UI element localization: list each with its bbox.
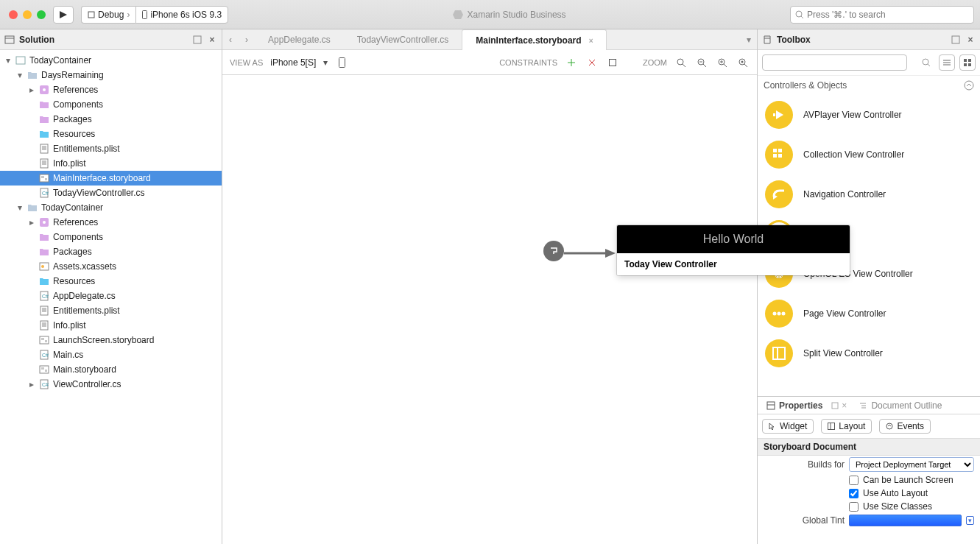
properties-tab[interactable]: Properties	[758, 397, 831, 414]
tree-node[interactable]: Info.plist	[0, 156, 222, 171]
panel-square-icon[interactable]	[951, 35, 961, 45]
tab-maininterface[interactable]: MainInterface.storyboard×	[462, 29, 607, 50]
device-button[interactable]: iPhone 6s iOS 9.3	[135, 6, 228, 24]
run-button[interactable]	[53, 6, 74, 24]
toolbox-list-mode-button[interactable]	[939, 54, 955, 71]
tree-node[interactable]: ▾TodayContainer	[0, 53, 222, 68]
global-tint-picker[interactable]	[849, 515, 962, 526]
layout-subtab[interactable]: Layout	[821, 419, 872, 434]
tree-node[interactable]: Info.plist	[0, 318, 222, 333]
tree-node[interactable]: ▸References	[0, 82, 222, 97]
disclosure-icon[interactable]: ▸	[28, 217, 35, 227]
nav-fwd-button[interactable]: ›	[239, 35, 255, 45]
today-widget-scene[interactable]: Hello World Today View Controller	[617, 225, 850, 275]
zoom-fit-icon[interactable]	[674, 56, 688, 69]
panel-square-icon[interactable]	[831, 402, 839, 409]
minimize-window-icon[interactable]	[23, 10, 32, 19]
panel-square-icon[interactable]	[192, 35, 202, 45]
file-icon	[38, 305, 50, 316]
entry-point-icon[interactable]	[543, 241, 564, 261]
chevron-down-icon[interactable]: ▾	[323, 57, 328, 68]
app-title: Xamarin Studio Business	[236, 10, 783, 20]
zoom-actual-icon[interactable]	[736, 56, 750, 69]
tint-stepper-icon[interactable]: ▾	[966, 516, 974, 525]
tree-node[interactable]: Packages	[0, 244, 222, 259]
tree-node[interactable]: C#AppDelegate.cs	[0, 289, 222, 303]
auto-layout-checkbox[interactable]: Use Auto Layout	[849, 488, 974, 498]
tree-node[interactable]: C#Main.cs	[0, 347, 222, 362]
launch-screen-checkbox[interactable]: Can be Launch Screen	[849, 475, 974, 485]
global-search[interactable]	[790, 6, 974, 24]
editor-tabs: ‹ › AppDelegate.cs TodayViewController.c…	[222, 29, 757, 50]
viewas-value[interactable]: iPhone 5[S]	[270, 57, 316, 68]
file-icon: C#	[38, 379, 50, 389]
svg-point-93	[773, 312, 777, 316]
svg-point-95	[782, 312, 786, 316]
config-button[interactable]: Debug ›	[81, 6, 135, 24]
tab-appdelegate[interactable]: AppDelegate.cs	[255, 29, 344, 50]
toolbox-grid-mode-button[interactable]	[959, 54, 976, 71]
tree-node[interactable]: ▸References	[0, 215, 222, 230]
zoom-out-icon[interactable]	[695, 56, 708, 69]
tree-node[interactable]: MainInterface.storyboard	[0, 171, 222, 186]
tree-node[interactable]: ▾DaysRemaining	[0, 68, 222, 82]
panel-close-icon[interactable]: ×	[965, 35, 976, 45]
constraint-remove-icon[interactable]	[585, 56, 599, 69]
toolbox-item[interactable]: Navigation Controller	[758, 174, 980, 214]
tree-node[interactable]: ▸C#ViewController.cs	[0, 377, 222, 392]
tab-todayviewcontroller[interactable]: TodayViewController.cs	[344, 29, 462, 50]
disclosure-icon[interactable]: ▸	[28, 379, 35, 389]
panel-close-icon[interactable]: ×	[207, 35, 217, 45]
toolbox-item[interactable]: Page View Controller	[758, 294, 980, 333]
size-classes-checkbox[interactable]: Use Size Classes	[849, 501, 974, 512]
tree-node[interactable]: Entitlements.plist	[0, 303, 222, 318]
tree-node[interactable]: Assets.xcassets	[0, 259, 222, 274]
toolbox-item[interactable]: Collection View Controller	[758, 135, 980, 174]
zoom-window-icon[interactable]	[37, 10, 46, 19]
close-tab-icon[interactable]: ×	[589, 37, 593, 45]
tree-node[interactable]: Components	[0, 97, 222, 112]
builds-for-select[interactable]: Project Deployment Target	[849, 457, 974, 472]
properties-icon	[766, 401, 775, 410]
toolbox-item-icon	[765, 339, 793, 367]
document-outline-tab[interactable]: Document Outline	[850, 397, 951, 414]
toolbox-item[interactable]: AVPlayer View Controller	[758, 95, 980, 135]
constraint-add-icon[interactable]	[565, 56, 578, 69]
tree-node[interactable]: C#TodayViewController.cs	[0, 186, 222, 200]
tree-node[interactable]: Main.storyboard	[0, 362, 222, 377]
disclosure-icon[interactable]: ▸	[28, 85, 35, 95]
chevron-up-circle-icon[interactable]	[964, 80, 974, 91]
svg-line-63	[724, 64, 727, 67]
tree-node[interactable]: Entitlements.plist	[0, 141, 222, 156]
tree-node[interactable]: LaunchScreen.storyboard	[0, 333, 222, 347]
svg-rect-45	[41, 367, 44, 370]
solution-icon	[4, 35, 15, 45]
toolbox-group-header[interactable]: Controllers & Objects	[758, 76, 980, 95]
search-input[interactable]	[807, 10, 969, 20]
toolbox-search-input[interactable]	[762, 54, 907, 71]
file-icon	[38, 335, 50, 345]
disclosure-icon[interactable]: ▾	[16, 202, 24, 213]
panel-close-icon[interactable]: ×	[842, 400, 847, 411]
widget-subtab[interactable]: Widget	[762, 419, 814, 434]
svg-rect-21	[41, 176, 44, 178]
tree-node[interactable]: Resources	[0, 274, 222, 289]
close-window-icon[interactable]	[9, 10, 18, 19]
disclosure-icon[interactable]: ▾	[16, 70, 24, 80]
svg-line-56	[683, 64, 685, 67]
storyboard-canvas[interactable]: Hello World Today View Controller	[222, 75, 757, 544]
events-subtab[interactable]: Events	[879, 419, 931, 434]
svg-rect-84	[773, 154, 777, 158]
zoom-in-icon[interactable]	[716, 56, 729, 69]
nav-back-button[interactable]: ‹	[222, 35, 239, 45]
tree-node[interactable]: Packages	[0, 112, 222, 127]
properties-panel: Properties × Document Outline Widget Lay…	[758, 397, 980, 544]
orientation-button[interactable]	[335, 56, 348, 69]
tree-node[interactable]: Resources	[0, 127, 222, 141]
constraint-frame-icon[interactable]	[606, 56, 619, 69]
tree-node[interactable]: Components	[0, 230, 222, 244]
tabs-overflow-button[interactable]: ▾	[741, 35, 757, 45]
toolbox-item[interactable]: Split View Controller	[758, 333, 980, 373]
disclosure-icon[interactable]: ▾	[4, 55, 12, 66]
tree-node[interactable]: ▾TodayContainer	[0, 200, 222, 215]
